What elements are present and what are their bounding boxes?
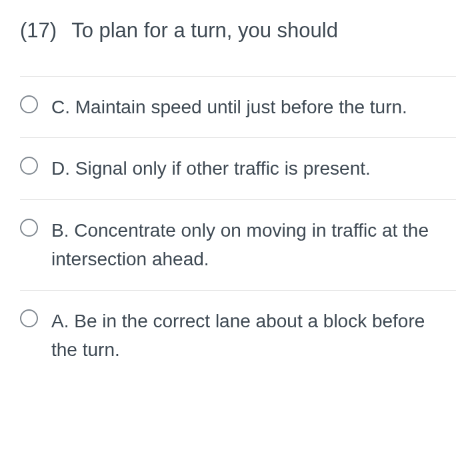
question-number: (17): [20, 19, 57, 43]
option-b[interactable]: B. Concentrate only on moving in traffic…: [20, 199, 456, 290]
radio-icon[interactable]: [20, 95, 38, 113]
radio-icon[interactable]: [20, 309, 38, 327]
option-a[interactable]: A. Be in the correct lane about a block …: [20, 290, 456, 381]
question-header: (17) To plan for a turn, you should: [20, 19, 456, 43]
radio-icon[interactable]: [20, 157, 38, 175]
question-text: To plan for a turn, you should: [71, 19, 338, 43]
option-c[interactable]: C. Maintain speed until just before the …: [20, 76, 456, 137]
option-label: C. Maintain speed until just before the …: [51, 93, 413, 121]
radio-icon[interactable]: [20, 219, 38, 237]
option-label: A. Be in the correct lane about a block …: [51, 307, 456, 365]
option-label: B. Concentrate only on moving in traffic…: [51, 216, 456, 274]
option-d[interactable]: D. Signal only if other traffic is prese…: [20, 137, 456, 199]
option-label: D. Signal only if other traffic is prese…: [51, 154, 376, 183]
options-list: C. Maintain speed until just before the …: [20, 76, 456, 380]
